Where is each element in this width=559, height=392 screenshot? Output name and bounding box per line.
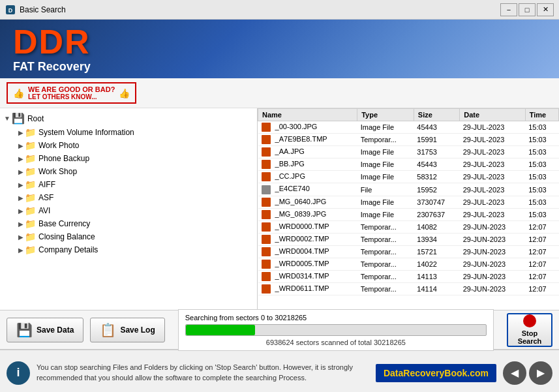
table-row[interactable]: _00-300.JPG Image File 45443 29-JUL-2023… (258, 121, 559, 134)
tree-root[interactable]: ▼ 💾 Root (1, 111, 256, 126)
tree-items: ▶ 📁 System Volume Information ▶ 📁 Work P… (1, 126, 256, 256)
close-button[interactable]: ✕ (537, 3, 554, 16)
file-icon (262, 272, 271, 281)
tree-item-label: Phone Backup (38, 154, 89, 163)
save-log-label: Save Log (120, 325, 155, 335)
tree-expand-icon: ▶ (18, 234, 23, 241)
stop-search-button[interactable]: Stop Search (507, 313, 552, 347)
tree-scroll[interactable]: ▼ 💾 Root ▶ 📁 System Volume Information ▶… (0, 108, 257, 310)
banner-box[interactable]: 👍 WE ARE GOOD OR BAD? LET OTHERS KNOW...… (7, 82, 136, 104)
file-name-cell: _MG_0640.JPG (258, 196, 357, 208)
tree-expand-root: ▼ (4, 115, 10, 122)
nav-arrows: ◀ ▶ (503, 361, 552, 385)
file-icon (262, 198, 271, 207)
file-icon (262, 235, 271, 244)
file-icon (262, 260, 271, 269)
file-date-cell: 29-JUN-2023 (460, 258, 525, 271)
tree-expand-icon: ▶ (18, 247, 23, 254)
tree-item[interactable]: ▶ 📁 Phone Backup (1, 152, 256, 165)
file-size-cell: 2307637 (414, 208, 459, 220)
info-icon: i (7, 361, 30, 385)
tree-item-label: Company Details (38, 245, 98, 254)
file-icon (262, 284, 271, 294)
file-name-cell: _WRD0611.TMP (258, 283, 357, 295)
left-panel: ▼ 💾 Root ▶ 📁 System Volume Information ▶… (0, 108, 258, 310)
file-name-cell: _AA.JPG (258, 146, 357, 158)
search-status-text: Searching from sectors 0 to 30218265 (185, 314, 487, 322)
table-row[interactable]: _CC.JPG Image File 58312 29-JUL-2023 15:… (258, 171, 559, 183)
table-row[interactable]: _WRD0002.TMP Temporar... 13934 29-JUN-20… (258, 233, 559, 245)
file-icon (262, 135, 271, 144)
tree-item-label: System Volume Information (38, 128, 134, 137)
file-date-cell: 29-JUL-2023 (460, 183, 525, 196)
brand-box: DataRecoveryBook.com (376, 364, 496, 382)
table-row[interactable]: _WRD0004.TMP Temporar... 15721 29-JUN-20… (258, 245, 559, 258)
table-row[interactable]: _BB.JPG Image File 45443 29-JUL-2023 15:… (258, 158, 559, 171)
file-size-cell: 14082 (414, 220, 459, 233)
file-type-cell: Image File (357, 121, 414, 134)
folder-icon: 📁 (25, 219, 36, 229)
table-row[interactable]: _MG_0640.JPG Image File 3730747 29-JUL-2… (258, 196, 559, 208)
file-time-cell: 15:03 (525, 158, 558, 171)
file-size-cell: 3730747 (414, 196, 459, 208)
search-progress-area: Searching from sectors 0 to 30218265 693… (178, 309, 494, 351)
app-header: DDR FAT Recovery (0, 20, 559, 78)
tree-item[interactable]: ▶ 📁 System Volume Information (1, 126, 256, 139)
file-table-header: Name Type Size Date Time (258, 109, 559, 121)
table-row[interactable]: _AA.JPG Image File 31753 29-JUL-2023 15:… (258, 146, 559, 158)
tree-item[interactable]: ▶ 📁 AVI (1, 204, 256, 217)
minimize-button[interactable]: − (500, 3, 517, 16)
table-row[interactable]: _WRD0611.TMP Temporar... 14114 29-JUN-20… (258, 283, 559, 295)
table-row[interactable]: _MG_0839.JPG Image File 2307637 29-JUL-2… (258, 208, 559, 220)
file-type-cell: Temporar... (357, 233, 414, 245)
file-time-cell: 12:07 (525, 258, 558, 271)
file-date-cell: 29-JUL-2023 (460, 121, 525, 134)
table-row[interactable]: _WRD0005.TMP Temporar... 14022 29-JUN-20… (258, 258, 559, 271)
table-row[interactable]: _WRD0314.TMP Temporar... 14113 29-JUN-20… (258, 271, 559, 283)
tree-item[interactable]: ▶ 📁 ASF (1, 191, 256, 204)
file-type-cell: Temporar... (357, 283, 414, 295)
file-date-cell: 29-JUL-2023 (460, 134, 525, 146)
file-type-cell: Image File (357, 196, 414, 208)
file-icon (262, 222, 271, 232)
file-size-cell: 15952 (414, 183, 459, 196)
save-log-button[interactable]: 📋 Save Log (90, 318, 164, 342)
window-title: Basic Search (20, 5, 500, 14)
tree-root-label: Root (27, 114, 44, 123)
tree-expand-icon: ▶ (18, 168, 23, 175)
nav-back-button[interactable]: ◀ (503, 361, 526, 385)
file-date-cell: 29-JUN-2023 (460, 245, 525, 258)
save-data-button[interactable]: 💾 Save Data (7, 318, 83, 342)
save-log-icon: 📋 (100, 322, 116, 338)
save-data-label: Save Data (37, 325, 74, 335)
file-name-cell: _CC.JPG (258, 171, 357, 183)
col-name: Name (258, 109, 357, 121)
tree-item[interactable]: ▶ 📁 Closing Balance (1, 230, 256, 243)
table-row[interactable]: _E4CE740 File 15952 29-JUL-2023 15:03 (258, 183, 559, 196)
tree-item[interactable]: ▶ 📁 Work Photo (1, 139, 256, 152)
file-size-cell: 58312 (414, 171, 459, 183)
file-type-cell: Temporar... (357, 220, 414, 233)
tree-item[interactable]: ▶ 📁 AIFF (1, 178, 256, 191)
window-controls: − □ ✕ (500, 3, 554, 16)
stop-label-line1: Stop (522, 329, 537, 337)
file-name-cell: _WRD0002.TMP (258, 233, 357, 245)
file-name-cell: _A7E9BE8.TMP (258, 134, 357, 146)
folder-icon: 📁 (25, 153, 36, 164)
tree-item[interactable]: ▶ 📁 Work Shop (1, 165, 256, 178)
maximize-button[interactable]: □ (519, 3, 536, 16)
file-list-scroll[interactable]: Name Type Size Date Time _00-300.JPG Ima… (258, 108, 559, 310)
tree-item[interactable]: ▶ 📁 Company Details (1, 243, 256, 256)
tree-item-label: Work Photo (38, 141, 79, 150)
tree-expand-icon: ▶ (18, 194, 23, 202)
file-size-cell: 45443 (414, 121, 459, 134)
nav-forward-button[interactable]: ▶ (529, 361, 552, 385)
tree-container: ▼ 💾 Root ▶ 📁 System Volume Information ▶… (0, 108, 257, 310)
file-name-cell: _WRD0005.TMP (258, 258, 357, 271)
file-type-cell: File (357, 183, 414, 196)
file-size-cell: 14114 (414, 283, 459, 295)
table-row[interactable]: _A7E9BE8.TMP Temporar... 15991 29-JUL-20… (258, 134, 559, 146)
table-row[interactable]: _WRD0000.TMP Temporar... 14082 29-JUN-20… (258, 220, 559, 233)
tree-item[interactable]: ▶ 📁 Base Currency (1, 217, 256, 230)
folder-icon: 📁 (25, 232, 36, 242)
